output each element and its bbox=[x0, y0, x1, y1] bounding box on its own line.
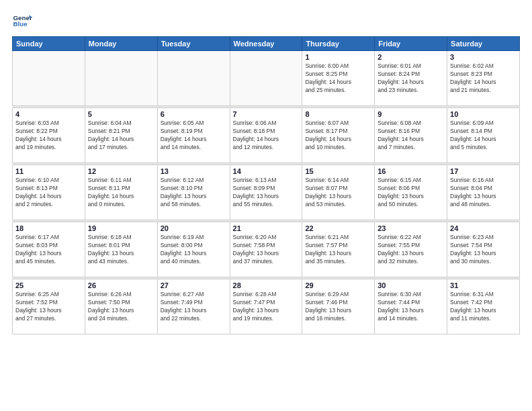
day-info: Sunrise: 6:20 AM Sunset: 7:58 PM Dayligh… bbox=[233, 234, 300, 266]
day-info: Sunrise: 6:16 AM Sunset: 8:04 PM Dayligh… bbox=[450, 177, 517, 209]
day-info: Sunrise: 6:28 AM Sunset: 7:47 PM Dayligh… bbox=[233, 291, 300, 323]
day-info: Sunrise: 6:10 AM Sunset: 8:13 PM Dayligh… bbox=[15, 177, 82, 209]
calendar-cell: 10Sunrise: 6:09 AM Sunset: 8:14 PM Dayli… bbox=[447, 108, 520, 163]
calendar-cell bbox=[13, 51, 85, 106]
calendar-cell: 29Sunrise: 6:29 AM Sunset: 7:46 PM Dayli… bbox=[302, 279, 375, 334]
day-info: Sunrise: 6:01 AM Sunset: 8:24 PM Dayligh… bbox=[378, 62, 444, 95]
day-info: Sunrise: 6:15 AM Sunset: 8:06 PM Dayligh… bbox=[378, 177, 444, 209]
day-number: 2 bbox=[378, 53, 444, 61]
calendar-cell: 17Sunrise: 6:16 AM Sunset: 8:04 PM Dayli… bbox=[447, 165, 520, 220]
calendar-cell: 19Sunrise: 6:18 AM Sunset: 8:01 PM Dayli… bbox=[85, 222, 157, 277]
day-number: 23 bbox=[378, 224, 444, 232]
week-row-4: 25Sunrise: 6:25 AM Sunset: 7:52 PM Dayli… bbox=[13, 279, 520, 334]
day-info: Sunrise: 6:27 AM Sunset: 7:49 PM Dayligh… bbox=[161, 291, 227, 323]
day-info: Sunrise: 6:14 AM Sunset: 8:07 PM Dayligh… bbox=[305, 177, 371, 209]
col-header-sunday: Sunday bbox=[13, 37, 85, 51]
calendar-cell: 6Sunrise: 6:05 AM Sunset: 8:19 PM Daylig… bbox=[157, 108, 230, 163]
day-number: 9 bbox=[378, 110, 444, 118]
calendar-cell: 4Sunrise: 6:03 AM Sunset: 8:22 PM Daylig… bbox=[13, 108, 85, 163]
day-number: 6 bbox=[161, 110, 227, 118]
day-number: 19 bbox=[88, 224, 154, 232]
day-number: 29 bbox=[305, 281, 371, 289]
day-number: 12 bbox=[88, 167, 154, 175]
calendar-cell: 7Sunrise: 6:06 AM Sunset: 8:18 PM Daylig… bbox=[230, 108, 302, 163]
day-number: 17 bbox=[450, 167, 517, 175]
col-header-saturday: Saturday bbox=[447, 37, 520, 51]
calendar-header-row: SundayMondayTuesdayWednesdayThursdayFrid… bbox=[13, 37, 520, 51]
calendar-cell bbox=[85, 51, 157, 106]
calendar-cell: 8Sunrise: 6:07 AM Sunset: 8:17 PM Daylig… bbox=[302, 108, 375, 163]
day-number: 18 bbox=[15, 224, 82, 232]
day-number: 10 bbox=[450, 110, 517, 118]
calendar-cell: 3Sunrise: 6:02 AM Sunset: 8:23 PM Daylig… bbox=[447, 51, 520, 106]
calendar-cell: 27Sunrise: 6:27 AM Sunset: 7:49 PM Dayli… bbox=[157, 279, 230, 334]
day-info: Sunrise: 6:05 AM Sunset: 8:19 PM Dayligh… bbox=[161, 120, 227, 152]
day-number: 16 bbox=[378, 167, 444, 175]
calendar-cell: 25Sunrise: 6:25 AM Sunset: 7:52 PM Dayli… bbox=[13, 279, 85, 334]
day-number: 31 bbox=[450, 281, 517, 289]
calendar-cell: 14Sunrise: 6:13 AM Sunset: 8:09 PM Dayli… bbox=[230, 165, 302, 220]
day-info: Sunrise: 6:17 AM Sunset: 8:03 PM Dayligh… bbox=[15, 234, 82, 266]
day-info: Sunrise: 6:04 AM Sunset: 8:21 PM Dayligh… bbox=[88, 120, 154, 152]
day-number: 4 bbox=[15, 110, 82, 118]
day-info: Sunrise: 6:25 AM Sunset: 7:52 PM Dayligh… bbox=[15, 291, 82, 323]
calendar-cell: 1Sunrise: 6:00 AM Sunset: 8:25 PM Daylig… bbox=[302, 51, 375, 106]
day-info: Sunrise: 6:21 AM Sunset: 7:57 PM Dayligh… bbox=[305, 234, 371, 266]
calendar-cell bbox=[157, 51, 230, 106]
day-number: 1 bbox=[305, 53, 371, 61]
calendar-table: SundayMondayTuesdayWednesdayThursdayFrid… bbox=[12, 36, 520, 334]
logo-icon: General Blue bbox=[12, 11, 32, 31]
day-info: Sunrise: 6:13 AM Sunset: 8:09 PM Dayligh… bbox=[233, 177, 300, 209]
week-row-1: 4Sunrise: 6:03 AM Sunset: 8:22 PM Daylig… bbox=[13, 108, 520, 163]
day-number: 8 bbox=[305, 110, 371, 118]
week-row-2: 11Sunrise: 6:10 AM Sunset: 8:13 PM Dayli… bbox=[13, 165, 520, 220]
day-info: Sunrise: 6:29 AM Sunset: 7:46 PM Dayligh… bbox=[305, 291, 371, 323]
day-info: Sunrise: 6:22 AM Sunset: 7:55 PM Dayligh… bbox=[378, 234, 444, 266]
day-info: Sunrise: 6:03 AM Sunset: 8:22 PM Dayligh… bbox=[15, 120, 82, 152]
calendar-cell: 15Sunrise: 6:14 AM Sunset: 8:07 PM Dayli… bbox=[302, 165, 375, 220]
day-number: 22 bbox=[305, 224, 371, 232]
day-number: 20 bbox=[161, 224, 227, 232]
calendar-cell: 22Sunrise: 6:21 AM Sunset: 7:57 PM Dayli… bbox=[302, 222, 375, 277]
day-number: 15 bbox=[305, 167, 371, 175]
day-info: Sunrise: 6:11 AM Sunset: 8:11 PM Dayligh… bbox=[88, 177, 154, 209]
col-header-thursday: Thursday bbox=[302, 37, 375, 51]
calendar-cell: 5Sunrise: 6:04 AM Sunset: 8:21 PM Daylig… bbox=[85, 108, 157, 163]
day-number: 11 bbox=[15, 167, 82, 175]
day-number: 30 bbox=[378, 281, 444, 289]
calendar-cell: 9Sunrise: 6:08 AM Sunset: 8:16 PM Daylig… bbox=[375, 108, 447, 163]
col-header-wednesday: Wednesday bbox=[230, 37, 302, 51]
day-info: Sunrise: 6:23 AM Sunset: 7:54 PM Dayligh… bbox=[450, 234, 517, 266]
day-number: 28 bbox=[233, 281, 300, 289]
calendar-cell: 16Sunrise: 6:15 AM Sunset: 8:06 PM Dayli… bbox=[375, 165, 447, 220]
page: General Blue SundayMondayTuesdayWednesda… bbox=[0, 0, 532, 411]
day-number: 21 bbox=[233, 224, 300, 232]
calendar-cell: 21Sunrise: 6:20 AM Sunset: 7:58 PM Dayli… bbox=[230, 222, 302, 277]
col-header-friday: Friday bbox=[375, 37, 447, 51]
day-number: 25 bbox=[15, 281, 82, 289]
header: General Blue bbox=[12, 11, 520, 31]
day-info: Sunrise: 6:09 AM Sunset: 8:14 PM Dayligh… bbox=[450, 120, 517, 152]
day-info: Sunrise: 6:07 AM Sunset: 8:17 PM Dayligh… bbox=[305, 120, 371, 152]
svg-text:Blue: Blue bbox=[13, 20, 28, 28]
calendar-cell: 28Sunrise: 6:28 AM Sunset: 7:47 PM Dayli… bbox=[230, 279, 302, 334]
day-info: Sunrise: 6:31 AM Sunset: 7:42 PM Dayligh… bbox=[450, 291, 517, 323]
calendar-cell: 30Sunrise: 6:30 AM Sunset: 7:44 PM Dayli… bbox=[375, 279, 447, 334]
day-info: Sunrise: 6:30 AM Sunset: 7:44 PM Dayligh… bbox=[378, 291, 444, 323]
day-number: 24 bbox=[450, 224, 517, 232]
calendar-cell: 18Sunrise: 6:17 AM Sunset: 8:03 PM Dayli… bbox=[13, 222, 85, 277]
day-info: Sunrise: 6:06 AM Sunset: 8:18 PM Dayligh… bbox=[233, 120, 300, 152]
calendar-cell bbox=[230, 51, 302, 106]
calendar-cell: 2Sunrise: 6:01 AM Sunset: 8:24 PM Daylig… bbox=[375, 51, 447, 106]
calendar-cell: 13Sunrise: 6:12 AM Sunset: 8:10 PM Dayli… bbox=[157, 165, 230, 220]
day-info: Sunrise: 6:12 AM Sunset: 8:10 PM Dayligh… bbox=[161, 177, 227, 209]
col-header-tuesday: Tuesday bbox=[157, 37, 230, 51]
day-info: Sunrise: 6:18 AM Sunset: 8:01 PM Dayligh… bbox=[88, 234, 154, 266]
day-number: 14 bbox=[233, 167, 300, 175]
day-info: Sunrise: 6:00 AM Sunset: 8:25 PM Dayligh… bbox=[305, 62, 371, 95]
calendar-cell: 11Sunrise: 6:10 AM Sunset: 8:13 PM Dayli… bbox=[13, 165, 85, 220]
calendar-cell: 31Sunrise: 6:31 AM Sunset: 7:42 PM Dayli… bbox=[447, 279, 520, 334]
day-number: 27 bbox=[161, 281, 227, 289]
col-header-monday: Monday bbox=[85, 37, 157, 51]
calendar-cell: 23Sunrise: 6:22 AM Sunset: 7:55 PM Dayli… bbox=[375, 222, 447, 277]
